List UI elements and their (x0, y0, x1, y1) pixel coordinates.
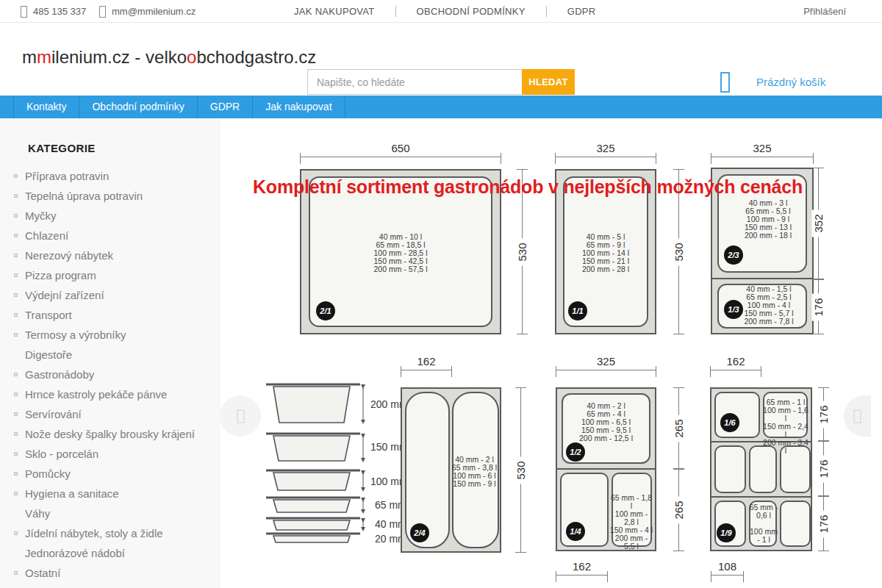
sidebar-heading: KATEGORIE (28, 142, 220, 154)
bullet-icon (14, 293, 18, 297)
gn-2-3-specs: 40 mm - 3 l65 mm - 5,5 l100 mm - 9 l150 … (739, 199, 797, 240)
gn-2-1-specs: 40 mm - 10 l65 mm - 18,5 l100 mm - 28,5 … (300, 233, 501, 273)
site-logo[interactable]: mmilenium.cz - velkoobchodgastro.cz (22, 47, 316, 68)
sidebar-item-label: Myčky (25, 209, 57, 222)
dim-325: 325 (556, 355, 656, 370)
divider (546, 6, 547, 17)
sidebar-item[interactable]: Pizza program (0, 265, 220, 285)
bullet-icon (14, 531, 18, 535)
gn-1-6-label: 1/6 (720, 413, 739, 432)
bullet-icon (14, 313, 18, 317)
link-jak-nakupovat[interactable]: JAK NAKUPOVAT (294, 6, 375, 17)
phone-number: 485 135 337 (33, 6, 86, 17)
topbar-phone: 485 135 337 (21, 0, 86, 23)
sidebar-item[interactable]: Digestoře (0, 345, 220, 365)
logo-part: m (37, 47, 51, 67)
sidebar-item[interactable]: Výdejní zařízení (0, 285, 220, 305)
bullet-icon (14, 392, 18, 396)
gn-1-2-label: 1/2 (566, 442, 585, 462)
sidebar-item-label: Jídelní nábytek, stoly a židle (25, 527, 163, 539)
gn-1-1-specs: 40 mm - 5 l65 mm - 9 l100 mm - 14 l150 m… (555, 233, 656, 273)
sidebar-item[interactable]: Termosy a výrobníky (0, 325, 220, 345)
sidebar-item[interactable]: Hrnce kastroly pekáče pánve (0, 384, 220, 404)
sidebar-item-label: Ostatní (25, 567, 60, 579)
bullet-icon (14, 571, 18, 575)
sidebar-item[interactable]: Jídelní nábytek, stoly a židle (0, 523, 220, 543)
email-address[interactable]: mm@mmilenium.cz (112, 6, 196, 17)
link-obchodni-podminky[interactable]: OBCHODNÍ PODMÍNKY (417, 6, 526, 17)
sidebar-item-label: Nože desky špalky brousky krájení (25, 428, 195, 440)
sidebar-item[interactable]: Transport (0, 305, 220, 325)
bullet-icon (14, 254, 18, 257)
sidebar-item[interactable]: Hygiena a sanitace (0, 484, 220, 503)
nav-obchodni-podminky[interactable]: Obchodní podmínky (79, 96, 197, 118)
pan-stack-drawing (265, 379, 368, 548)
chevron-left-icon (237, 409, 245, 423)
sidebar-item[interactable]: Váhy (0, 503, 220, 523)
gn-1-6-specs: 65 mm - 1 l100 mm - 1,6 l150 mm - 2,4 l2… (762, 398, 809, 455)
gn-1-2-specs: 40 mm - 2 l65 mm - 4 l100 mm - 6,5 l150 … (556, 402, 656, 442)
category-list: Příprava potravinTepelná úprava potravin… (0, 166, 220, 583)
dim-176: 176 (818, 279, 819, 334)
gn-1-9-label: 1/9 (717, 523, 736, 542)
sidebar-item-label: Pizza program (25, 269, 96, 282)
carousel-prev-button[interactable] (220, 395, 261, 437)
sidebar-item[interactable]: Příprava potravin (0, 166, 220, 186)
sidebar-item-label: Transport (25, 309, 72, 321)
sidebar-item[interactable]: Jednorázové nádobí (0, 543, 220, 563)
sidebar-item-label: Chlazení (25, 229, 68, 242)
bullet-icon (14, 492, 18, 495)
sidebar-item[interactable]: Pomůcky (0, 464, 220, 484)
bullet-icon (14, 214, 18, 218)
gn-1-4-label: 1/4 (566, 522, 585, 541)
logo-part: o (187, 47, 196, 67)
dim-530: 530 (520, 387, 521, 553)
cart-status[interactable]: Prázdný košík (756, 76, 825, 88)
dim-650: 650 (300, 142, 501, 157)
sidebar-item[interactable]: Ostatní (0, 563, 220, 583)
sidebar-item[interactable]: Servírování (0, 404, 220, 424)
logo-part: ilenium.cz - velko (51, 47, 187, 67)
login-link[interactable]: Přihlášení (803, 0, 846, 23)
nav-gdpr[interactable]: GDPR (198, 96, 253, 118)
main-nav: Kontakty Obchodní podmínky GDPR Jak naku… (0, 96, 882, 118)
sidebar-item-label: Digestoře (25, 348, 72, 361)
sidebar-item[interactable]: Chlazení (0, 226, 220, 245)
topbar-email[interactable]: mm@mmilenium.cz (99, 0, 196, 23)
cart-widget[interactable]: Prázdný košík (720, 69, 853, 95)
dim-265: 265 (678, 468, 679, 551)
sidebar-item[interactable]: Tepelná úprava potravin (0, 186, 220, 206)
logo-part: m (22, 47, 37, 67)
dim-176: 176 (823, 441, 824, 496)
nav-kontakty[interactable]: Kontakty (13, 96, 79, 118)
sidebar-item[interactable]: Nerezový nábytek (0, 245, 220, 265)
dim-176: 176 (823, 387, 824, 441)
topbar-links: JAK NAKUPOVAT OBCHODNÍ PODMÍNKY GDPR (294, 0, 596, 23)
search-input[interactable] (307, 69, 522, 95)
dim-325: 325 (711, 142, 814, 157)
dim-162: 162 (401, 355, 452, 370)
sidebar-item[interactable]: Sklo - porcelán (0, 444, 220, 464)
sidebar-item[interactable]: Gastronádoby (0, 365, 220, 384)
dim-176: 176 (823, 496, 824, 551)
search-button[interactable]: HLEDAT (522, 69, 575, 95)
bullet-icon (14, 174, 18, 178)
sidebar-item[interactable]: Nože desky špalky brousky krájení (0, 424, 220, 444)
sidebar-item-label: Příprava potravin (25, 170, 109, 182)
dim-162: 162 (710, 355, 761, 370)
cart-icon[interactable] (720, 72, 730, 93)
banner-title: Kompletní sortiment gastronádob v nejlep… (253, 176, 803, 198)
sidebar-item-label: Pomůcky (25, 467, 71, 480)
bullet-icon (14, 234, 18, 237)
bullet-icon (14, 273, 18, 277)
link-gdpr[interactable]: GDPR (567, 6, 596, 17)
product-banner-image[interactable]: 650 325 325 40 mm - 10 l65 mm - 18,5 l10… (220, 129, 871, 588)
gn-1-3-label: 1/3 (724, 300, 743, 319)
logo-part: bchodgastro.cz (196, 47, 316, 67)
dim-265: 265 (678, 387, 679, 470)
nav-jak-nakupovat[interactable]: Jak nakupovat (253, 96, 345, 118)
dim-108: 108 (711, 560, 744, 576)
dim-352: 352 (818, 168, 819, 279)
sidebar-item[interactable]: Myčky (0, 206, 220, 226)
dim-162: 162 (556, 560, 608, 576)
